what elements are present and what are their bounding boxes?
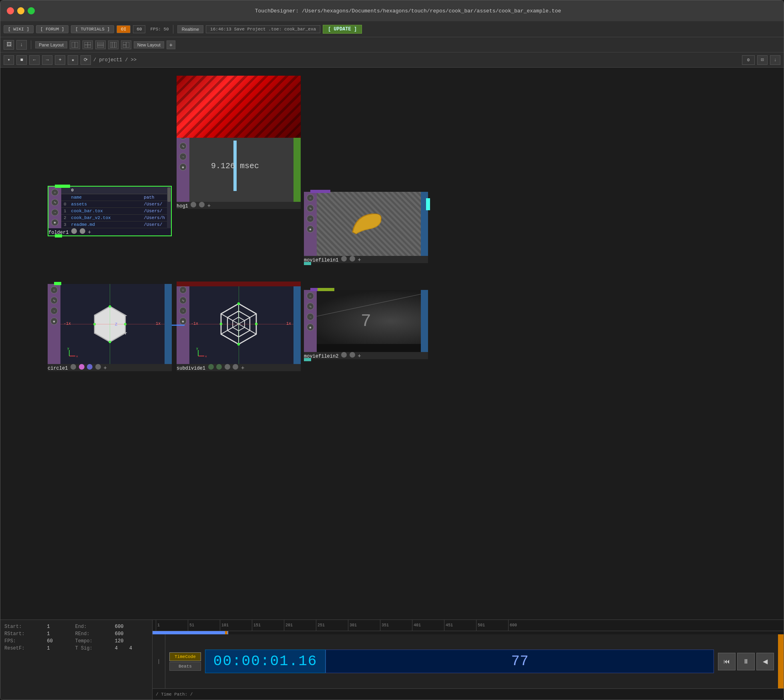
side-icon-circle[interactable]: ○ <box>50 286 58 294</box>
side-icon-circle[interactable]: ○ <box>307 194 314 201</box>
nav-square[interactable]: ■ <box>16 55 27 65</box>
tutorials-button[interactable]: [ TUTORIALS ] <box>71 25 114 33</box>
side-icon-wave[interactable]: ∿ <box>307 303 314 310</box>
timeline-progress[interactable] <box>153 631 784 634</box>
circle1-dot4 <box>95 364 101 370</box>
side-icon-drop[interactable]: ◉ <box>50 318 58 325</box>
side-icon-drop[interactable]: ◉ <box>179 318 187 325</box>
update-button[interactable]: [ UPDATE ] <box>323 25 362 34</box>
folder1-plus[interactable]: + <box>88 229 91 235</box>
nav-add[interactable]: + <box>55 55 65 65</box>
side-icon-drop[interactable]: ◉ <box>307 324 314 331</box>
side-icon-wave[interactable]: ∿ <box>307 205 314 212</box>
circle1-content: ○ ∿ → ◉ -1x 1x z <box>48 284 172 364</box>
layout-icon-3[interactable] <box>95 40 106 49</box>
side-icon-wave[interactable]: ∿ <box>51 199 58 206</box>
forum-button[interactable]: [ FORUM ] <box>36 25 68 33</box>
subdivide1-plus[interactable]: + <box>241 365 244 371</box>
oi-button[interactable]: OI <box>117 25 131 33</box>
side-icon-circle[interactable]: ○ <box>179 286 187 294</box>
rewind-button[interactable]: ⏮ <box>718 653 736 670</box>
maximize-button[interactable] <box>28 7 35 14</box>
view-down-icon[interactable]: ↓ <box>770 55 780 65</box>
side-icon-arrow[interactable]: → <box>307 313 314 320</box>
side-icon-arrow[interactable]: → <box>307 215 314 222</box>
close-button[interactable] <box>7 7 14 14</box>
moviefilein1-teal-bottom <box>304 262 311 265</box>
new-layout-button[interactable]: New Layout <box>134 41 164 48</box>
moviefilein2-preview: 7 <box>304 290 428 352</box>
xyz-axis2: x y <box>194 346 208 360</box>
toolbar2: 🖼 ↓ Pane Layout New Layout + <box>0 37 784 52</box>
svg-text:x: x <box>76 354 78 358</box>
side-icon-drop[interactable]: ◉ <box>51 219 58 226</box>
folder1-dot2 <box>80 228 85 234</box>
pause-button[interactable]: ⏸ <box>737 653 755 670</box>
red-gradient-preview <box>177 76 301 138</box>
tick-101: 101 <box>220 620 252 631</box>
moviefilein1-left-panel: ○ ∿ → ◉ <box>304 192 317 256</box>
wiki-button[interactable]: [ WIKI ] <box>4 25 34 33</box>
side-icon-wave[interactable]: ∿ <box>179 297 187 304</box>
side-icon-arrow[interactable]: → <box>51 209 58 216</box>
nav-back[interactable]: ← <box>29 55 40 65</box>
side-icon-wave[interactable]: ∿ <box>179 143 187 150</box>
bottom-stats: Start: 1 End: 600 RStart: 1 REnd: 600 FP… <box>0 620 153 700</box>
beats-button[interactable]: Beats <box>169 662 201 671</box>
folder1-scrollbar[interactable] <box>167 187 171 228</box>
nav-cycle[interactable]: ⟳ <box>80 55 91 65</box>
rend-label: REnd: <box>75 631 109 637</box>
tempo-val: 120 <box>115 638 148 644</box>
nav-star[interactable]: ★ <box>68 55 78 65</box>
layout-icon-4[interactable] <box>108 40 119 49</box>
movie2-black-bar <box>304 344 428 352</box>
layout-icon-5[interactable] <box>121 40 131 49</box>
side-icon-arrow[interactable]: → <box>50 307 58 314</box>
layout-icon-1[interactable] <box>70 40 80 49</box>
resetf-val: 1 <box>47 646 68 651</box>
red-gradient-node <box>177 76 301 138</box>
tick-401: 401 <box>412 620 444 631</box>
svg-text:y: y <box>67 346 69 350</box>
svg-text:y: y <box>196 346 198 350</box>
axis-label-neg1x: -1x <box>64 322 71 326</box>
layout-icon-2[interactable] <box>82 40 93 49</box>
timeline-scroll-right[interactable] <box>778 634 784 688</box>
timecode-button[interactable]: TimeCode <box>169 652 201 661</box>
side-icon-drop[interactable]: ◉ <box>307 225 314 233</box>
view-window-icon[interactable]: ⊡ <box>757 55 768 65</box>
nav-forward[interactable]: → <box>42 55 52 65</box>
minimize-button[interactable] <box>17 7 24 14</box>
side-icon-arrow[interactable]: → <box>179 153 187 160</box>
table-row[interactable]: 0 assets /Users/ <box>61 201 171 208</box>
side-icon-circle[interactable]: ○ <box>51 189 58 196</box>
tick-1: 1 <box>156 620 188 631</box>
nav-dropdown[interactable]: ▾ <box>4 55 14 65</box>
step-button[interactable]: ◀ <box>756 653 774 670</box>
add-layout-button[interactable]: + <box>167 40 175 49</box>
table-row[interactable]: 2 cook_bar_v2.tox /Users/h <box>61 215 171 221</box>
realtime-button[interactable]: Realtime <box>177 25 203 33</box>
moviefilein1-plus[interactable]: + <box>358 257 361 263</box>
screenshot-icon[interactable]: 🖼 <box>4 40 14 50</box>
resetf-label: ResetF: <box>4 646 40 651</box>
folder1-table-area: 0 name path 0 assets /Users/ <box>48 187 171 228</box>
hog1-plus[interactable]: + <box>207 203 211 209</box>
side-icon-arrow[interactable]: → <box>179 307 187 314</box>
download-icon[interactable]: ↓ <box>16 40 27 50</box>
folder1-content: ○ ∿ → ◉ 0 name <box>48 187 171 228</box>
tick-251: 251 <box>316 620 348 631</box>
circle1-name: circle1 <box>48 366 68 371</box>
circle1-plus[interactable]: + <box>103 365 107 371</box>
side-icon-wave[interactable]: ∿ <box>50 297 58 304</box>
pane-layout-button[interactable]: Pane Layout <box>35 41 67 48</box>
moviefilein2-plus[interactable]: + <box>358 353 361 359</box>
table-row[interactable]: 1 cook_bar.tox /Users/ <box>61 208 171 215</box>
subdivide1-left-panel: ○ ∿ → ◉ <box>177 284 189 364</box>
side-icon-drop[interactable]: ◉ <box>179 163 187 171</box>
tick-201: 201 <box>284 620 316 631</box>
transport-buttons: ⏮ ⏸ ◀ <box>714 653 778 670</box>
table-row[interactable]: 3 readme.md /Users/ <box>61 221 171 228</box>
table-row[interactable]: name path <box>61 194 171 201</box>
side-icon-circle[interactable]: ○ <box>307 292 314 300</box>
